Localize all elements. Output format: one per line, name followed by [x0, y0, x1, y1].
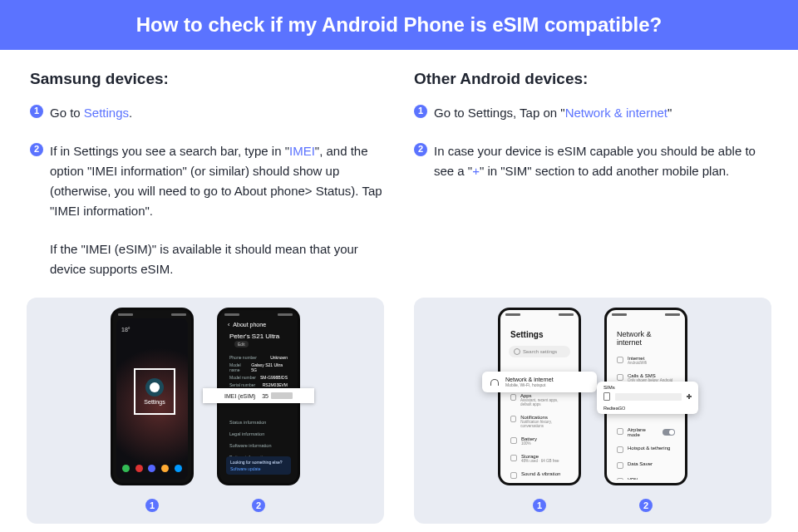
edit-button: Edit: [234, 341, 249, 347]
samsung-step-2-extra: If the "IMEI (eSIM)" is available it sho…: [50, 239, 384, 279]
redacted-sim: [615, 393, 682, 401]
screenshot-galleries: 18° Settings ‹ About phone: [0, 298, 798, 532]
battery-icon: [510, 437, 517, 444]
calls-sms-icon: [617, 374, 623, 381]
imei-link[interactable]: IMEI: [289, 144, 315, 158]
instruction-columns: Samsung devices: Go to Settings. If in S…: [0, 50, 798, 298]
device-name: Peter's S21 Ultra Edit: [223, 331, 294, 349]
app-dock: [120, 465, 185, 476]
looking-for-card: Looking for something else? Software upd…: [226, 456, 291, 475]
other-gallery: Settings Search settings AppsAssistant, …: [414, 298, 771, 524]
internet-icon: [617, 357, 623, 363]
about-phone-header: ‹ About phone: [223, 318, 294, 331]
weather-widget: 18°: [121, 327, 131, 332]
samsung-gallery: 18° Settings ‹ About phone: [27, 298, 384, 524]
plus-link[interactable]: +: [472, 164, 480, 178]
android-settings-phone: Settings Search settings AppsAssistant, …: [498, 308, 581, 485]
caption-1: 1: [498, 497, 581, 512]
device-info-list: Phone numberUnknown Model nameGalaxy S21…: [223, 349, 294, 393]
wifi-icon: [490, 379, 499, 386]
imei-esim-highlight: IMEI (eSIM) 35: [203, 388, 314, 403]
other-heading: Other Android devices:: [414, 70, 768, 88]
datasaver-icon: [617, 462, 623, 469]
plus-icon: [687, 394, 692, 399]
settings-app-label: Settings: [144, 399, 165, 405]
network-internet-highlight: Network & internet Mobile, Wi-Fi, hotspo…: [482, 372, 597, 392]
settings-app-highlight: Settings: [134, 368, 175, 415]
settings-menu: AppsAssistant, recent apps, default apps…: [504, 389, 575, 480]
sound-icon: [510, 472, 517, 479]
notifications-icon: [510, 416, 516, 422]
other-steps: Go to Settings, Tap on "Network & intern…: [414, 103, 768, 181]
caption-1: 1: [111, 497, 194, 512]
storage-icon: [510, 455, 517, 461]
samsung-heading: Samsung devices:: [30, 70, 384, 88]
samsung-phone-about: ‹ About phone Peter's S21 Ultra Edit Pho…: [217, 308, 300, 485]
samsung-step-1: Go to Settings.: [30, 103, 384, 123]
chevron-left-icon: ‹: [228, 322, 229, 328]
other-step-1: Go to Settings, Tap on "Network & intern…: [414, 103, 768, 123]
network-internet-title: Network & internet: [610, 318, 682, 352]
apps-icon: [510, 394, 516, 401]
vpn-icon: [617, 478, 623, 480]
hotspot-icon: [617, 446, 623, 453]
sim-icon: [603, 392, 610, 401]
sims-highlight: SIMs RedteaGO: [597, 382, 698, 414]
gear-icon: [145, 378, 164, 397]
samsung-column: Samsung devices: Go to Settings. If in S…: [30, 70, 384, 298]
page-title-banner: How to check if my Android Phone is eSIM…: [0, 0, 798, 50]
caption-2: 2: [604, 497, 687, 512]
redacted-imei: [271, 392, 293, 399]
airplane-toggle: [663, 429, 675, 436]
caption-2: 2: [217, 497, 300, 512]
android-network-phone: Network & internet InternetAndroidWifi C…: [604, 308, 687, 485]
other-step-2: In case your device is eSIM capable you …: [414, 141, 768, 181]
settings-link[interactable]: Settings: [84, 106, 129, 120]
network-internet-link[interactable]: Network & internet: [565, 106, 667, 120]
airplane-icon: [617, 428, 623, 435]
samsung-steps: Go to Settings. If in Settings you see a…: [30, 103, 384, 279]
page-title: How to check if my Android Phone is eSIM…: [136, 13, 663, 36]
samsung-step-2: If in Settings you see a search bar, typ…: [30, 141, 384, 279]
samsung-phone-home: 18° Settings: [111, 308, 194, 485]
other-column: Other Android devices: Go to Settings, T…: [414, 70, 768, 298]
settings-title: Settings: [504, 318, 575, 344]
search-settings-field: Search settings: [509, 346, 570, 357]
